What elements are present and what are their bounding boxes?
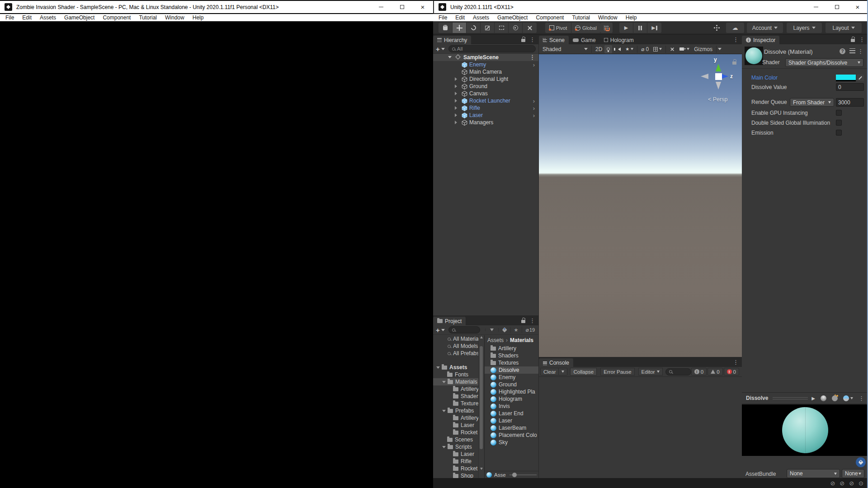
warning-count-button[interactable]: 0 xyxy=(708,368,722,375)
gizmo-center-cube[interactable] xyxy=(715,73,722,80)
expand-triangle[interactable] xyxy=(455,99,457,103)
hand-tool-button[interactable] xyxy=(439,23,453,33)
camera-dropdown[interactable] xyxy=(677,45,692,53)
main-color-swatch[interactable] xyxy=(836,75,856,81)
tab-scene[interactable]: Scene xyxy=(539,36,569,44)
project-tree-textures[interactable]: Textures xyxy=(433,400,478,407)
orientation-gizmo[interactable]: y z xyxy=(709,70,729,90)
asset-hologram[interactable]: Hologram xyxy=(485,395,538,403)
preview-lighting-dropdown[interactable] xyxy=(843,395,853,401)
project-tree-artillery[interactable]: Artillery xyxy=(433,414,478,422)
project-tree-scenes[interactable]: Scenes xyxy=(433,436,478,443)
asset-laser[interactable]: Laser xyxy=(485,417,538,424)
breadcrumb-assets[interactable]: Assets xyxy=(487,337,504,343)
gizmos-dropdown[interactable]: Gizmos xyxy=(692,45,715,53)
gizmo-lock-icon[interactable] xyxy=(732,61,736,65)
right-menu-gameobject[interactable]: GameObject xyxy=(493,14,532,21)
left-menu-file[interactable]: File xyxy=(1,14,18,21)
expand-triangle[interactable] xyxy=(455,106,457,110)
main-color-label[interactable]: Main Color xyxy=(751,75,778,81)
console-search-input[interactable] xyxy=(665,368,691,375)
project-tree-shop[interactable]: Shop xyxy=(433,472,478,478)
scrollbar-thumb[interactable] xyxy=(480,346,483,449)
prefab-chevron[interactable]: › xyxy=(533,61,535,68)
asset-enemy[interactable]: Enemy xyxy=(485,374,538,381)
right-menu-tutorial[interactable]: Tutorial xyxy=(568,14,594,21)
axis-y-neg-cone[interactable] xyxy=(716,82,721,89)
preview-header[interactable]: Dissolve ▶ ⋮ xyxy=(742,392,868,404)
grid-visibility-dropdown[interactable] xyxy=(651,45,664,53)
scene-viewport[interactable]: y z < Persp xyxy=(539,54,742,357)
audio-toggle[interactable] xyxy=(612,45,623,53)
expand-triangle[interactable] xyxy=(455,84,457,88)
help-icon[interactable]: ? xyxy=(840,48,845,54)
play-button[interactable]: ▶ xyxy=(619,23,633,33)
material-preview-area[interactable] xyxy=(742,404,868,456)
render-queue-value-field[interactable]: 3000 xyxy=(836,98,864,107)
zoom-slider[interactable] xyxy=(509,474,537,475)
project-tree-laser[interactable]: Laser xyxy=(433,450,478,458)
status-icon-4[interactable]: ⊙ xyxy=(859,480,863,487)
collapse-triangle[interactable] xyxy=(436,366,440,369)
add-asset-button[interactable]: + xyxy=(436,327,440,333)
collapse-triangle[interactable] xyxy=(442,446,446,448)
kebab-menu-icon[interactable]: ⋮ xyxy=(529,318,535,324)
favorite-all-prefabs[interactable]: All Prefabs xyxy=(433,350,478,357)
add-object-button[interactable]: + xyxy=(436,46,440,52)
double-sided-gi-checkbox[interactable] xyxy=(836,120,842,126)
right-menu-file[interactable]: File xyxy=(434,14,451,21)
favorites-button[interactable]: ★ xyxy=(510,327,522,333)
global-toggle[interactable]: Global xyxy=(571,23,600,33)
tab-console[interactable]: Console xyxy=(539,358,573,367)
project-tree-materials[interactable]: Materials xyxy=(433,378,478,385)
scroll-up-arrow[interactable] xyxy=(480,336,483,338)
maximize-button[interactable] xyxy=(826,1,847,13)
tab-inspector[interactable]: i Inspector xyxy=(742,36,779,44)
lighting-toggle[interactable] xyxy=(604,45,612,53)
asset-laserbeam[interactable]: LaserBeam xyxy=(485,424,538,432)
expand-triangle[interactable] xyxy=(455,92,457,95)
right-menu-window[interactable]: Window xyxy=(594,14,622,21)
asset-dissolve[interactable]: Dissolve xyxy=(485,366,538,374)
tab-project[interactable]: Project xyxy=(433,317,466,325)
pause-button[interactable] xyxy=(633,23,647,33)
right-menu-help[interactable]: Help xyxy=(622,14,641,21)
zoom-slider-knob[interactable] xyxy=(512,473,517,477)
axis-y-cone[interactable] xyxy=(716,64,721,71)
hierarchy-item-main-camera[interactable]: Main Camera xyxy=(433,68,538,75)
account-dropdown[interactable]: Account xyxy=(747,23,783,33)
hierarchy-item-directional-light[interactable]: Directional Light xyxy=(433,75,538,83)
collapse-triangle[interactable] xyxy=(442,381,446,383)
overflow-caret[interactable] xyxy=(718,48,722,50)
left-menu-window[interactable]: Window xyxy=(161,14,189,21)
tab-game[interactable]: Game xyxy=(569,36,600,44)
project-tree-rocket[interactable]: Rocket xyxy=(433,429,478,436)
left-menu-tutorial[interactable]: Tutorial xyxy=(135,14,161,21)
project-tree-scrollbar[interactable] xyxy=(478,335,484,478)
grid-snap-button[interactable] xyxy=(600,23,613,33)
asset-ground[interactable]: Ground xyxy=(485,381,538,388)
collab-button[interactable] xyxy=(710,23,723,33)
lock-icon[interactable] xyxy=(521,39,525,42)
lock-icon[interactable] xyxy=(851,39,855,42)
project-tree-rocket[interactable]: Rocket xyxy=(433,465,478,472)
info-count-button[interactable]: !0 xyxy=(691,368,707,375)
minimize-button[interactable] xyxy=(371,1,392,13)
kebab-menu-icon[interactable]: ⋮ xyxy=(733,359,739,365)
prefab-chevron[interactable]: › xyxy=(533,105,535,112)
asset-artillery[interactable]: Artillery xyxy=(485,345,538,352)
expand-triangle[interactable] xyxy=(455,113,457,117)
tab-hologram[interactable]: Hologram xyxy=(600,36,638,44)
hidden-objects-button[interactable]: ⌀0 xyxy=(639,45,651,53)
project-tree-shaders[interactable]: Shaders xyxy=(433,393,478,400)
search-by-label-button[interactable] xyxy=(498,328,510,332)
layout-dropdown[interactable]: Layout xyxy=(826,23,862,33)
lock-icon[interactable] xyxy=(521,320,525,323)
error-pause-toggle[interactable]: Error Pause xyxy=(600,368,634,375)
material-preview-thumb[interactable] xyxy=(745,47,763,65)
component-tools-button[interactable] xyxy=(667,45,677,53)
collapse-triangle[interactable] xyxy=(442,410,446,412)
left-titlebar[interactable]: Zombie Invasion Shader - SampleScene - P… xyxy=(0,0,433,13)
rect-tool-button[interactable] xyxy=(495,23,509,33)
error-count-button[interactable]: !0 xyxy=(724,368,739,375)
